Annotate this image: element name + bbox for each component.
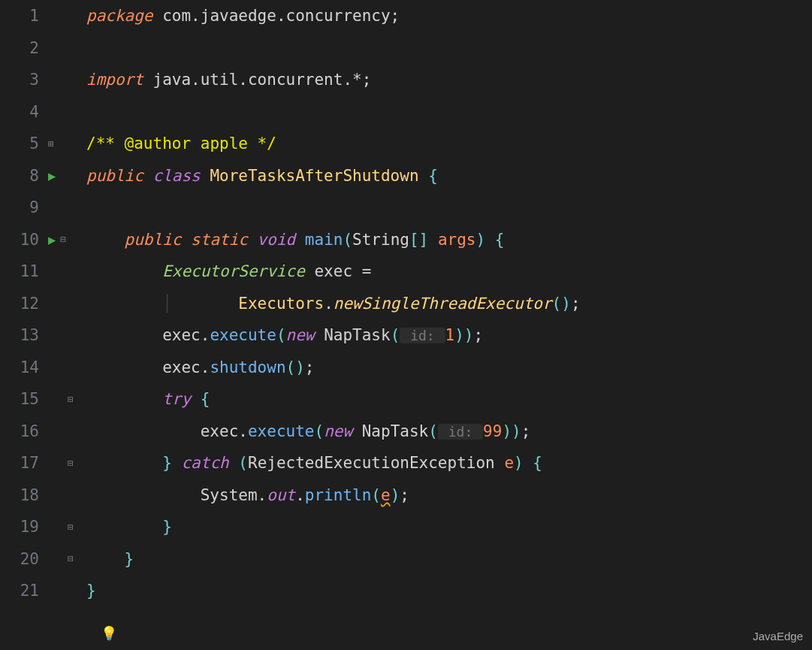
code-line[interactable]: 12 │ Executors.newSingleThreadExecutor()… [0,288,812,320]
code-content[interactable]: } catch (RejectedExecutionException e) { [86,454,812,472]
code-line[interactable]: 11 ExecutorService exec = [0,255,812,288]
gutter-icons[interactable]: ⊞ [45,138,86,150]
gutter-icons[interactable]: ▶ [45,168,86,183]
type-string: String [352,231,409,249]
line-number: 20 [0,550,45,568]
paren-open: ( [314,422,324,440]
paren-open: ( [276,326,286,344]
semicolon: ; [571,295,581,313]
code-line[interactable]: 1 package com.javaedge.concurrency; [0,0,812,32]
class-name: MoreTasksAfterShutdown [210,167,418,185]
paren-close: ) [512,422,521,440]
paren-close: ) [391,486,400,504]
lightbulb-icon[interactable]: 💡 [101,625,117,641]
gutter-icons[interactable]: ⊟ [45,458,86,469]
doc-text: apple [191,135,258,153]
keyword-new: new [324,422,352,440]
gutter-icons[interactable]: ⊟ [45,553,86,564]
fold-close-icon[interactable]: ⊟ [68,522,74,533]
code-content[interactable]: try { [86,390,812,408]
fold-icon[interactable]: ⊟ [68,458,74,469]
code-content[interactable]: } [86,518,812,536]
code-line[interactable]: 3 import java.util.concurrent.*; [0,64,812,96]
code-content[interactable]: exec.shutdown(); [86,358,812,376]
code-content[interactable]: exec.execute(new NapTask( id: 99)); [86,422,812,440]
code-content[interactable]: package com.javaedge.concurrency; [86,7,812,25]
brace-open: { [495,231,505,249]
code-line[interactable]: 17 ⊟ } catch (RejectedExecutionException… [0,447,812,479]
code-line[interactable]: 14 exec.shutdown(); [0,352,812,384]
code-line[interactable]: 21 } [0,575,812,607]
brace-close: } [125,550,134,568]
code-line[interactable]: 4 [0,96,812,128]
fold-expand-icon[interactable]: ⊞ [48,138,54,150]
code-line[interactable]: 5 ⊞ /** @author apple */ [0,128,812,160]
code-line[interactable]: 16 exec.execute(new NapTask( id: 99)); [0,416,812,448]
fold-icon[interactable]: ⊟ [60,234,66,245]
watermark: JavaEdge [753,630,803,642]
paren-close: ) [295,358,305,376]
doc-open: /** [86,135,125,153]
paren-open: ( [552,295,562,313]
line-number: 16 [0,422,45,440]
method-execute: execute [210,326,276,344]
semicolon: ; [305,358,315,376]
code-content[interactable]: } [86,550,812,568]
var-exec: exec [314,262,352,280]
code-content[interactable]: import java.util.concurrent.*; [86,71,812,89]
code-line[interactable]: 20 ⊟ } [0,543,812,576]
number-99: 99 [483,422,502,440]
semicolon: ; [391,7,400,25]
code-line[interactable]: 10 ▶⊟ public static void main(String[] a… [0,224,812,256]
code-line[interactable]: 15 ⊟ try { [0,383,812,416]
brace-close: } [86,582,96,600]
line-number: 19 [0,518,45,536]
paren-close: ) [454,326,464,344]
gutter-icons[interactable]: ⊟ [45,394,86,405]
gutter-icons[interactable]: ▶⊟ [45,232,86,247]
keyword-try: try [162,390,191,408]
bracket-open: [ [409,231,419,249]
param-hint: id: [438,424,483,440]
fold-close-icon[interactable]: ⊟ [68,553,74,564]
code-content[interactable]: } [86,582,812,600]
var-exec: exec [162,326,201,344]
paren-close: ) [475,231,485,249]
line-number: 5 [0,135,45,153]
dot: . [238,422,248,440]
line-number: 12 [0,295,45,313]
code-line[interactable]: 9 [0,192,812,224]
gutter-icons[interactable]: ⊟ [45,522,86,533]
code-editor[interactable]: 1 package com.javaedge.concurrency; 2 3 … [0,0,812,650]
import-name: java.util.concurrent.* [153,71,362,89]
code-content[interactable]: public class MoreTasksAfterShutdown { [86,167,812,185]
code-line[interactable]: 19 ⊟ } [0,511,812,543]
dot: . [201,326,210,344]
dot: . [324,295,334,313]
code-line[interactable]: 8 ▶ public class MoreTasksAfterShutdown … [0,160,812,192]
keyword-package: package [86,7,153,25]
run-icon[interactable]: ▶ [48,232,56,247]
class-naptask: NapTask [324,326,391,344]
code-line[interactable]: 13 exec.execute(new NapTask( id: 1)); [0,319,812,352]
run-icon[interactable]: ▶ [48,168,56,183]
semicolon: ; [521,422,531,440]
keyword-import: import [86,71,143,89]
code-content[interactable]: │ Executors.newSingleThreadExecutor(); [86,295,812,313]
code-content[interactable]: ExecutorService exec = [86,262,812,280]
fold-icon[interactable]: ⊟ [68,394,74,405]
code-content[interactable]: exec.execute(new NapTask( id: 1)); [86,326,812,344]
code-content[interactable]: public static void main(String[] args) { [86,231,812,249]
line-number: 17 [0,454,45,472]
paren-open: ( [428,422,438,440]
code-line[interactable]: 18 System.out.println(e); [0,479,812,512]
code-line[interactable]: 2 [0,32,812,65]
param-e: e [504,454,514,472]
brace-open: { [201,390,210,408]
method-main: main [305,231,343,249]
code-content[interactable]: /** @author apple */ [86,135,812,153]
line-number: 1 [0,7,45,25]
code-content[interactable]: System.out.println(e); [86,486,812,504]
paren-open: ( [391,326,400,344]
method-newsingle: newSingleThreadExecutor [334,295,552,313]
